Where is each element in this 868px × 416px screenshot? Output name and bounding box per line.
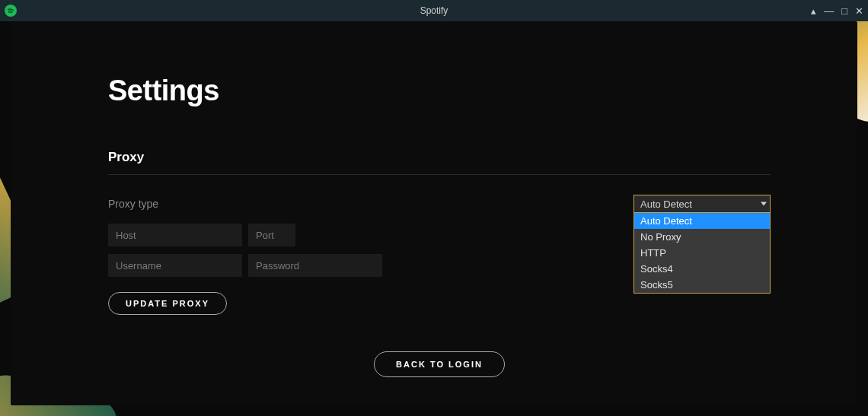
window-rollup-icon[interactable]: ▴ — [811, 6, 816, 16]
app-surface: Settings Proxy Proxy type Auto Detect Au… — [11, 21, 857, 405]
proxy-type-dropdown: Auto Detect No Proxy HTTP Socks4 Socks5 — [633, 213, 771, 294]
proxy-option[interactable]: No Proxy — [634, 229, 770, 245]
page-title: Settings — [108, 75, 771, 107]
window-controls: ▴ — □ ✕ — [811, 6, 863, 16]
port-input[interactable] — [248, 224, 295, 246]
spotify-icon — [5, 5, 17, 17]
proxy-type-select[interactable]: Auto Detect — [633, 195, 771, 213]
proxy-option[interactable]: Auto Detect — [634, 213, 770, 229]
proxy-option[interactable]: HTTP — [634, 245, 770, 261]
back-to-login-button[interactable]: BACK TO LOGIN — [374, 351, 505, 377]
window-minimize-icon[interactable]: — — [824, 6, 834, 16]
update-proxy-button[interactable]: UPDATE PROXY — [108, 292, 227, 315]
password-input[interactable] — [248, 254, 382, 277]
proxy-option[interactable]: Socks4 — [634, 261, 770, 277]
host-input[interactable] — [108, 224, 242, 246]
section-heading-proxy: Proxy — [108, 150, 771, 175]
proxy-type-selected: Auto Detect — [640, 198, 692, 210]
window-close-icon[interactable]: ✕ — [855, 6, 863, 16]
window-title: Spotify — [420, 5, 448, 16]
proxy-type-label: Proxy type — [108, 198, 633, 210]
proxy-option[interactable]: Socks5 — [634, 277, 770, 293]
username-input[interactable] — [108, 254, 242, 277]
chevron-down-icon — [761, 202, 767, 206]
window-maximize-icon[interactable]: □ — [841, 6, 847, 16]
window-titlebar: Spotify ▴ — □ ✕ — [0, 0, 868, 21]
